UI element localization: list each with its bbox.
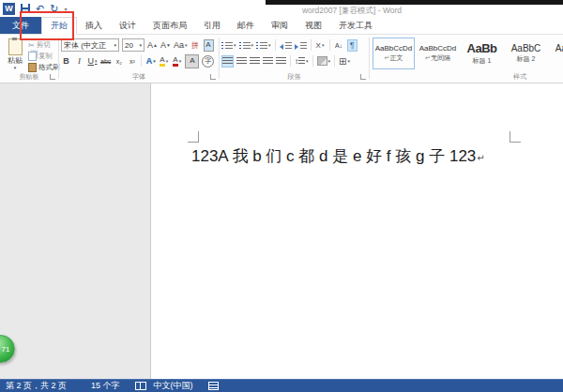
asian-layout-button[interactable]: X▾ bbox=[315, 39, 326, 52]
increase-indent-button[interactable] bbox=[295, 39, 307, 52]
paste-button[interactable]: 粘贴 ▾ bbox=[3, 38, 27, 77]
decrease-indent-button[interactable] bbox=[280, 39, 292, 52]
proofing-book-icon[interactable] bbox=[135, 382, 146, 390]
style-heading-1[interactable]: AaBb 标题 1 bbox=[461, 38, 503, 69]
font-name-combo[interactable]: 宋体 (中文正 ▾ bbox=[61, 38, 119, 52]
tab-mailings[interactable]: 邮件 bbox=[229, 17, 263, 34]
enclose-characters-button[interactable]: 字 bbox=[202, 55, 214, 68]
strikethrough-button[interactable]: abc bbox=[100, 55, 111, 68]
paragraph-dialog-launcher-icon[interactable] bbox=[360, 74, 366, 80]
group-styles: AaBbCcDd ↵正文 AaBbCcDd ↵无间隔 AaBb 标题 1 AaB… bbox=[370, 35, 563, 83]
tab-developer[interactable]: 开发工具 bbox=[330, 17, 381, 34]
divider bbox=[290, 55, 291, 67]
screen-background-strip bbox=[266, 0, 563, 5]
style-no-spacing[interactable]: AaBbCcDd ↵无间隔 bbox=[417, 38, 459, 69]
font-color-button[interactable]: A▾ bbox=[172, 55, 182, 68]
tab-insert[interactable]: 插入 bbox=[77, 17, 111, 34]
multilevel-list-button[interactable]: ▾ bbox=[256, 39, 271, 52]
align-right-button[interactable] bbox=[250, 55, 260, 68]
numbering-icon bbox=[239, 41, 251, 50]
ribbon: 粘贴 ▾ ✂ 剪切 复制 格式刷 剪贴板 宋体 (中文正 ▾ bbox=[0, 35, 563, 83]
window-title: word2007 [兼容模式] - Word bbox=[141, 6, 563, 17]
page-indicator[interactable]: 第 2 页，共 2 页 bbox=[6, 380, 67, 392]
chevron-down-icon: ▾ bbox=[139, 43, 142, 48]
bullets-icon bbox=[221, 41, 233, 50]
text-effects-button[interactable]: A▾ bbox=[145, 55, 156, 68]
character-border-button[interactable]: A bbox=[204, 39, 214, 52]
align-left-button[interactable] bbox=[221, 55, 234, 68]
justify-icon bbox=[263, 57, 273, 66]
font-dialog-launcher-icon[interactable] bbox=[210, 74, 216, 80]
style-normal[interactable]: AaBbCcDd ↵正文 bbox=[373, 38, 415, 69]
distribute-icon bbox=[276, 57, 286, 66]
tab-review[interactable]: 审阅 bbox=[263, 17, 297, 34]
divider bbox=[275, 39, 276, 51]
shrink-font-button[interactable]: A▼ bbox=[160, 39, 171, 52]
align-right-icon bbox=[250, 57, 260, 66]
increase-indent-icon bbox=[295, 41, 307, 50]
multilevel-list-icon bbox=[256, 41, 267, 50]
group-paragraph: ▾ ▾ ▾ X▾ A↓ ¶ ↕▾ ▾ ⊞▾ 段落 bbox=[220, 35, 369, 83]
document-text[interactable]: 123A 我 b 们 c 都 d 是 e 好 f 孩 g 子 123↵ bbox=[191, 145, 485, 167]
shading-button[interactable]: ▾ bbox=[317, 55, 331, 68]
cut-button[interactable]: ✂ 剪切 bbox=[28, 39, 60, 51]
paragraph-group-label: 段落 bbox=[220, 72, 369, 82]
format-painter-icon bbox=[28, 63, 37, 72]
underline-button[interactable]: U▾ bbox=[87, 55, 98, 68]
word-count[interactable]: 15 个字 bbox=[91, 380, 120, 392]
styles-group-label: 样式 bbox=[482, 72, 557, 82]
divider bbox=[329, 39, 330, 51]
show-hide-marks-button[interactable]: ¶ bbox=[347, 39, 358, 52]
paragraph-mark: ↵ bbox=[477, 153, 484, 163]
bold-button[interactable]: B bbox=[61, 55, 71, 68]
tab-references[interactable]: 引用 bbox=[195, 17, 229, 34]
tab-view[interactable]: 视图 bbox=[297, 17, 330, 34]
font-size-combo[interactable]: 20 ▾ bbox=[122, 38, 145, 52]
document-area[interactable]: 123A 我 b 们 c 都 d 是 e 好 f 孩 g 子 123↵ 71 bbox=[0, 83, 563, 379]
paste-dropdown-icon[interactable]: ▾ bbox=[14, 66, 17, 70]
scissors-icon: ✂ bbox=[28, 41, 35, 50]
clipboard-icon bbox=[8, 38, 23, 55]
change-case-button[interactable]: Aa▾ bbox=[174, 39, 188, 52]
distribute-button[interactable] bbox=[276, 55, 286, 68]
copy-icon bbox=[28, 52, 37, 61]
decrease-indent-icon bbox=[280, 41, 292, 50]
word-logo-icon[interactable]: W bbox=[3, 3, 15, 15]
document-background bbox=[0, 83, 151, 379]
input-mode-icon[interactable] bbox=[208, 382, 219, 390]
phonetic-guide-button[interactable]: 拼 bbox=[190, 39, 201, 52]
highlight-color-button[interactable]: A▾ bbox=[159, 55, 169, 68]
chevron-down-icon: ▾ bbox=[114, 43, 116, 48]
sort-button[interactable]: A↓ bbox=[334, 39, 344, 52]
tab-page-layout[interactable]: 页面布局 bbox=[145, 17, 195, 34]
style-heading-2[interactable]: AaBbC 标题 2 bbox=[505, 38, 547, 69]
clipboard-dialog-launcher-icon[interactable] bbox=[50, 74, 55, 80]
character-shading-button[interactable]: A bbox=[185, 54, 199, 68]
divider bbox=[312, 55, 313, 67]
status-bar: 第 2 页，共 2 页 15 个字 中文(中国) bbox=[0, 379, 563, 392]
divider bbox=[311, 39, 312, 51]
italic-button[interactable]: I bbox=[74, 55, 84, 68]
title-bar: W ↶ ↻ ▾ word2007 [兼容模式] - Word bbox=[0, 0, 563, 17]
borders-button[interactable]: ⊞▾ bbox=[339, 55, 350, 68]
justify-button[interactable] bbox=[263, 55, 273, 68]
align-center-icon bbox=[236, 57, 247, 66]
ribbon-tab-row: 文件 开始 插入 设计 页面布局 引用 邮件 审阅 视图 开发工具 bbox=[0, 17, 563, 35]
language-indicator[interactable]: 中文(中国) bbox=[154, 380, 193, 392]
bullets-button[interactable]: ▾ bbox=[221, 39, 236, 52]
group-clipboard: 粘贴 ▾ ✂ 剪切 复制 格式刷 剪贴板 bbox=[0, 35, 58, 83]
line-spacing-button[interactable]: ↕▾ bbox=[295, 55, 309, 68]
divider bbox=[141, 55, 142, 67]
style-title[interactable]: AaBbC 标题 bbox=[549, 38, 563, 69]
tab-design[interactable]: 设计 bbox=[111, 17, 145, 34]
margin-crop-mark-left bbox=[188, 131, 199, 143]
superscript-button[interactable]: x² bbox=[127, 55, 137, 68]
styles-gallery: AaBbCcDd ↵正文 AaBbCcDd ↵无间隔 AaBb 标题 1 AaB… bbox=[373, 38, 563, 69]
copy-button[interactable]: 复制 bbox=[28, 51, 60, 62]
align-center-button[interactable] bbox=[236, 55, 247, 68]
shading-icon bbox=[317, 56, 327, 66]
grow-font-button[interactable]: A▲ bbox=[147, 39, 158, 52]
group-font: 宋体 (中文正 ▾ 20 ▾ A▲ A▼ Aa▾ 拼 A B I U▾ abc … bbox=[59, 35, 219, 83]
subscript-button[interactable]: x₂ bbox=[114, 55, 124, 68]
numbering-button[interactable]: ▾ bbox=[239, 39, 254, 52]
